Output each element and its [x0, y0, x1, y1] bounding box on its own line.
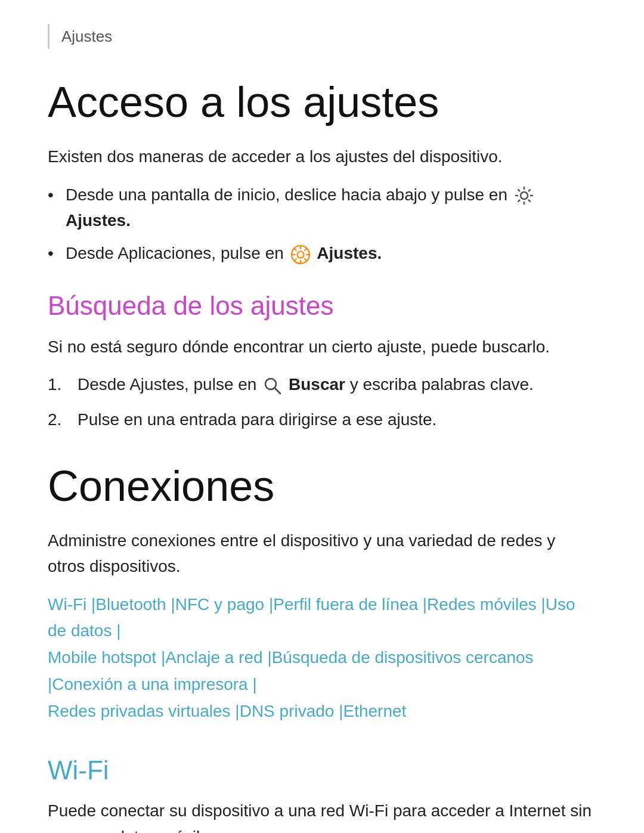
link-wifi[interactable]: Wi-Fi	[48, 595, 86, 614]
search-step-1-bold: Buscar	[289, 375, 350, 394]
gear-icon	[514, 185, 534, 206]
svg-line-8	[518, 200, 520, 202]
breadcrumb: Ajustes	[48, 24, 596, 49]
link-redes-moviles[interactable]: Redes móviles	[427, 595, 537, 614]
link-nfc[interactable]: NFC y pago	[175, 595, 264, 614]
link-ethernet[interactable]: Ethernet	[343, 702, 406, 720]
search-step-1-text-after: y escriba palabras clave.	[350, 375, 534, 394]
access-bullet-2-text-before: Desde Aplicaciones, pulse en	[66, 244, 289, 262]
svg-line-18	[294, 258, 297, 261]
section-access-title: Acceso a los ajustes	[48, 79, 596, 126]
section-connections-title: Conexiones	[48, 463, 596, 510]
section-wifi: Wi-Fi Puede conectar su dispositivo a un…	[48, 755, 596, 833]
search-step-1: Desde Ajustes, pulse en Buscar y escriba…	[48, 371, 596, 397]
svg-point-0	[521, 192, 528, 199]
svg-point-10	[297, 251, 304, 258]
access-bullet-2-bold: Ajustes.	[317, 244, 382, 262]
svg-line-5	[518, 190, 520, 192]
svg-line-6	[528, 200, 531, 202]
section-access: Acceso a los ajustes Existen dos maneras…	[48, 79, 596, 267]
svg-line-7	[528, 190, 531, 192]
access-bullet-1: Desde una pantalla de inicio, deslice ha…	[48, 182, 596, 234]
link-mobile-hotspot[interactable]: Mobile hotspot	[48, 648, 156, 667]
link-bluetooth[interactable]: Bluetooth	[95, 595, 166, 614]
svg-line-20	[275, 388, 280, 394]
section-search-title: Búsqueda de los ajustes	[48, 290, 596, 322]
link-redes-privadas[interactable]: Redes privadas virtuales	[48, 702, 231, 720]
access-bullet-1-bold: Ajustes.	[66, 211, 131, 230]
connections-links: Wi-Fi |Bluetooth |NFC y pago |Perfil fue…	[48, 592, 596, 725]
search-step-2-text: Pulse en una entrada para dirigirse a es…	[78, 410, 436, 429]
link-conexion-impresora[interactable]: Conexión a una impresora	[52, 675, 247, 693]
svg-line-16	[304, 258, 307, 261]
svg-line-17	[304, 248, 307, 251]
svg-line-15	[294, 248, 297, 251]
link-dns[interactable]: DNS privado	[240, 702, 335, 720]
search-icon	[263, 376, 282, 395]
link-perfil[interactable]: Perfil fuera de línea	[273, 595, 418, 614]
section-search: Búsqueda de los ajustes Si no está segur…	[48, 290, 596, 433]
access-bullet-1-text-before: Desde una pantalla de inicio, deslice ha…	[66, 185, 512, 204]
search-step-2: Pulse en una entrada para dirigirse a es…	[48, 407, 596, 432]
link-anclaje[interactable]: Anclaje a red	[165, 648, 262, 667]
settings-app-icon	[290, 244, 311, 265]
link-busqueda-disp[interactable]: Búsqueda de dispositivos cercanos	[272, 648, 534, 667]
access-bullets: Desde una pantalla de inicio, deslice ha…	[48, 182, 596, 267]
section-connections: Conexiones Administre conexiones entre e…	[48, 463, 596, 725]
access-bullet-2: Desde Aplicaciones, pulse en Ajustes.	[48, 240, 596, 266]
search-steps: Desde Ajustes, pulse en Buscar y escriba…	[48, 371, 596, 433]
search-step-1-text-before: Desde Ajustes, pulse en	[78, 375, 261, 394]
breadcrumb-text: Ajustes	[61, 27, 112, 45]
section-wifi-description: Puede conectar su dispositivo a una red …	[48, 798, 596, 833]
section-access-description: Existen dos maneras de acceder a los aju…	[48, 144, 596, 169]
section-wifi-title: Wi-Fi	[48, 755, 596, 786]
section-connections-description: Administre conexiones entre el dispositi…	[48, 528, 596, 580]
section-search-description: Si no está seguro dónde encontrar un cie…	[48, 334, 596, 360]
